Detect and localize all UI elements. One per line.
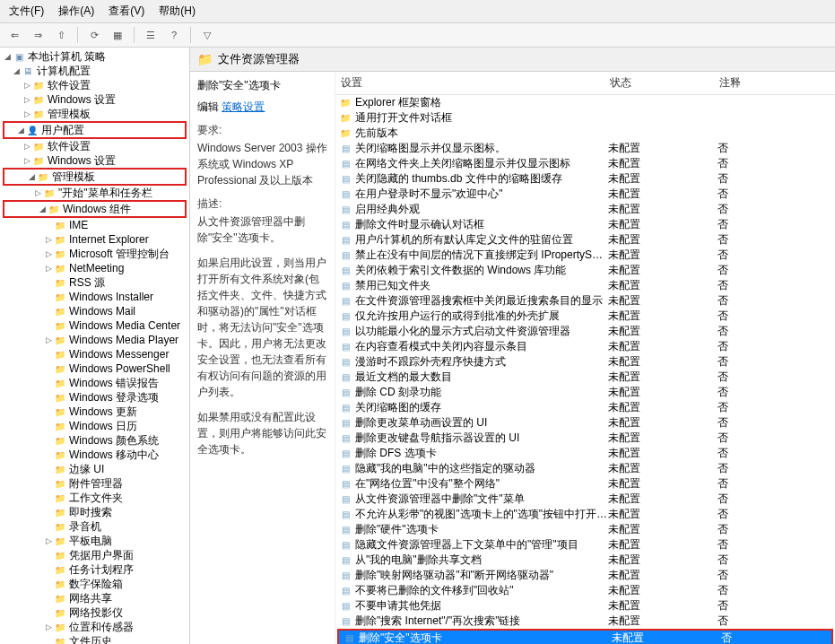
menu-help[interactable]: 帮助(H) (155, 2, 199, 21)
expand-icon[interactable]: ▷ (43, 235, 54, 244)
list-policy-row[interactable]: ▤以功能最小化的显示方式启动文件资源管理器未配置否 (335, 324, 835, 339)
collapse-icon[interactable]: ◢ (15, 126, 26, 135)
tree-computer-config[interactable]: ◢ 🖥 计算机配置 (0, 64, 189, 78)
list-policy-row[interactable]: ▤关闭缩略图的缓存未配置否 (335, 400, 835, 415)
expand-icon[interactable]: ▷ (22, 95, 32, 104)
list-folder-row[interactable]: 📁Explorer 框架窗格 (335, 95, 835, 110)
back-button[interactable]: ⇐ (5, 26, 23, 44)
list-policy-row[interactable]: ▤用户/计算机的所有默认库定义文件的驻留位置未配置否 (335, 232, 835, 248)
tree-item[interactable]: 📁Windows 错误报告 (0, 376, 189, 390)
list-policy-row[interactable]: ▤删除"硬件"选项卡未配置否 (335, 522, 835, 537)
list-policy-row[interactable]: ▤在"网络位置"中没有"整个网络"未配置否 (335, 476, 835, 492)
tree-item-admin-templates[interactable]: ◢ 📁 管理模板 (4, 170, 185, 184)
tree-item[interactable]: 📁IME (0, 218, 189, 232)
list-policy-row[interactable]: ▤不要申请其他凭据未配置否 (335, 598, 835, 614)
list-policy-row[interactable]: ▤在用户登录时不显示"欢迎中心"未配置否 (335, 187, 835, 202)
list-policy-row[interactable]: ▤删除 DFS 选项卡未配置否 (335, 446, 835, 461)
tree-item[interactable]: 📁网络投影仪 (0, 605, 189, 620)
properties-button[interactable]: ☰ (142, 26, 160, 44)
list-policy-row[interactable]: ▤从"我的电脑"删除共享文档未配置否 (335, 553, 835, 568)
tree-item-admin-templates[interactable]: ▷ 📁 管理模板 (0, 107, 189, 121)
tree-item-windows-settings[interactable]: ▷ 📁 Windows 设置 (0, 92, 189, 107)
expand-icon[interactable]: ▷ (43, 622, 54, 631)
tree-item-software-settings[interactable]: ▷ 📁 软件设置 (0, 139, 189, 153)
tree-item[interactable]: 📁Windows 更新 (0, 405, 189, 419)
tree-root[interactable]: ◢ ▣ 本地计算机 策略 (0, 49, 189, 64)
expand-icon[interactable]: ▷ (32, 188, 43, 197)
tree-item[interactable]: 📁Windows 移动中心 (0, 448, 189, 462)
tree-item[interactable]: 📁文件历史 (0, 634, 189, 644)
list-policy-row[interactable]: ▤最近文档的最大数目未配置否 (335, 370, 835, 385)
menu-action[interactable]: 操作(A) (55, 2, 98, 21)
list-policy-row[interactable]: ▤删除文件时显示确认对话框未配置否 (335, 217, 835, 232)
list-policy-row[interactable]: ▤不要将已删除的文件移到"回收站"未配置否 (335, 583, 835, 598)
col-setting[interactable]: 设置 (335, 72, 605, 94)
list-policy-row[interactable]: ▤不允许从彩带"的视图"选项卡上的"选项"按钮中打开文件夹...未配置否 (335, 507, 835, 522)
expand-icon[interactable]: ▷ (43, 249, 54, 258)
list-policy-row[interactable]: ▤关闭缩略图显示并仅显示图标。未配置否 (335, 141, 835, 156)
expand-icon[interactable]: ▷ (22, 81, 32, 90)
list-policy-row[interactable]: ▤删除更改键盘导航指示器设置的 UI未配置否 (335, 431, 835, 446)
tree-item[interactable]: 📁Windows Messenger (0, 347, 189, 361)
tree-item[interactable]: 📁附件管理器 (0, 476, 189, 491)
tree-item[interactable]: 📁Windows 登录选项 (0, 390, 189, 405)
tree-item[interactable]: 📁Windows 日历 (0, 419, 189, 433)
menu-file[interactable]: 文件(F) (5, 2, 48, 21)
tree-item[interactable]: 📁录音机 (0, 519, 189, 534)
tree-item[interactable]: ▷📁平板电脑 (0, 534, 189, 548)
list-policy-row[interactable]: ▤在网络文件夹上关闭缩略图显示并仅显示图标未配置否 (335, 156, 835, 171)
expand-icon[interactable]: ▷ (22, 109, 32, 118)
expand-icon[interactable]: ▷ (43, 335, 54, 344)
list-policy-row[interactable]: ▤关闭隐藏的 thumbs.db 文件中的缩略图缓存未配置否 (335, 171, 835, 187)
list-policy-row[interactable]: ▤删除"安全"选项卡未配置否 (339, 631, 831, 644)
list-policy-row[interactable]: ▤在内容查看模式中关闭内容显示条目未配置否 (335, 339, 835, 354)
list-policy-row[interactable]: ▤漫游时不跟踪外壳程序快捷方式未配置否 (335, 354, 835, 370)
expand-icon[interactable]: ▷ (22, 142, 32, 151)
tree-item[interactable]: 📁网络共享 (0, 591, 189, 605)
nav-tree[interactable]: ◢ ▣ 本地计算机 策略 ◢ 🖥 计算机配置 ▷ 📁 软件设置 ▷ 📁 Wind… (0, 48, 190, 644)
help-button[interactable]: ? (165, 26, 183, 44)
list-policy-row[interactable]: ▤在文件资源管理器搜索框中关闭最近搜索条目的显示未配置否 (335, 293, 835, 309)
list-policy-row[interactable]: ▤从文件资源管理器中删除"文件"菜单未配置否 (335, 492, 835, 507)
tree-item-windows-components[interactable]: ◢ 📁 Windows 组件 (4, 202, 185, 216)
tree-item[interactable]: 📁Windows Installer (0, 290, 189, 304)
col-status[interactable]: 状态 (605, 72, 714, 94)
tree-item[interactable]: 📁Windows Media Center (0, 318, 189, 333)
tree-item[interactable]: 📁边缘 UI (0, 462, 189, 476)
list-policy-row[interactable]: ▤删除"搜索 Internet"/"再次搜索"链接未配置否 (335, 614, 835, 629)
list-policy-row[interactable]: ▤删除"映射网络驱动器"和"断开网络驱动器"未配置否 (335, 568, 835, 583)
tree-item-start-menu[interactable]: ▷ 📁 "开始"菜单和任务栏 (0, 186, 189, 200)
tree-item[interactable]: ▷📁NetMeeting (0, 261, 189, 275)
tree-item[interactable]: 📁数字保险箱 (0, 577, 189, 591)
list-policy-row[interactable]: ▤启用经典外观未配置否 (335, 202, 835, 217)
list-policy-row[interactable]: ▤隐藏文件资源管理器上下文菜单中的"管理"项目未配置否 (335, 537, 835, 553)
tree-item[interactable]: ▷📁位置和传感器 (0, 620, 189, 634)
refresh-button[interactable]: ⟳ (85, 26, 103, 44)
collapse-icon[interactable]: ◢ (11, 66, 22, 75)
collapse-icon[interactable]: ◢ (37, 205, 48, 213)
tree-item[interactable]: 📁凭据用户界面 (0, 548, 189, 562)
list-policy-row[interactable]: ▤仅允许按用户运行的或得到批准的外壳扩展未配置否 (335, 309, 835, 324)
expand-icon[interactable]: ▷ (43, 536, 54, 545)
tree-item[interactable]: 📁RSS 源 (0, 275, 189, 290)
tree-item-windows-settings[interactable]: ▷ 📁 Windows 设置 (0, 153, 189, 168)
forward-button[interactable]: ⇒ (29, 26, 47, 44)
tree-item-software-settings[interactable]: ▷ 📁 软件设置 (0, 78, 189, 92)
up-button[interactable]: ⇧ (52, 26, 70, 44)
list-policy-row[interactable]: ▤禁止在没有中间层的情况下直接绑定到 IPropertySetStor...未配… (335, 248, 835, 263)
tree-item[interactable]: 📁工作文件夹 (0, 491, 189, 505)
menu-view[interactable]: 查看(V) (105, 2, 148, 21)
list-folder-row[interactable]: 📁通用打开文件对话框 (335, 110, 835, 126)
tree-item[interactable]: 📁Windows Mail (0, 304, 189, 318)
tree-item[interactable]: 📁任务计划程序 (0, 562, 189, 577)
tree-user-config[interactable]: ◢ 👤 用户配置 (4, 123, 185, 137)
tree-item[interactable]: 📁即时搜索 (0, 505, 189, 519)
policy-list[interactable]: 设置 状态 注释 📁Explorer 框架窗格📁通用打开文件对话框📁先前版本▤关… (335, 72, 835, 644)
tree-item[interactable]: ▷📁Internet Explorer (0, 232, 189, 247)
collapse-icon[interactable]: ◢ (2, 52, 13, 61)
tree-item[interactable]: 📁Windows PowerShell (0, 361, 189, 376)
export-button[interactable]: ▦ (109, 26, 126, 44)
list-policy-row[interactable]: ▤删除更改菜单动画设置的 UI未配置否 (335, 415, 835, 431)
list-policy-row[interactable]: ▤禁用已知文件夹未配置否 (335, 278, 835, 293)
tree-item[interactable]: 📁Windows 颜色系统 (0, 433, 189, 448)
